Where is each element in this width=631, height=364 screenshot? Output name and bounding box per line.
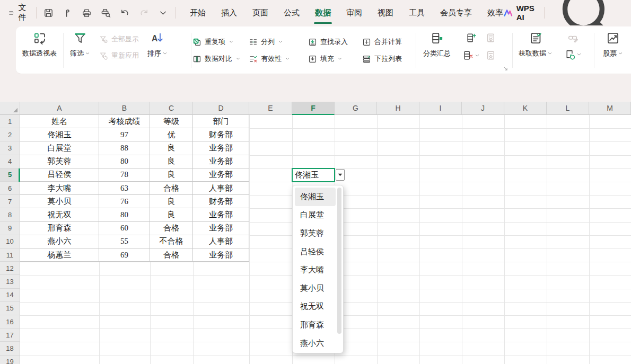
cell-D1[interactable]: 部门 bbox=[193, 115, 249, 128]
cell-A8[interactable]: 祝无双 bbox=[20, 208, 99, 221]
cell-D11[interactable]: 业务部 bbox=[193, 248, 249, 262]
hide-detail-button[interactable] bbox=[485, 50, 496, 61]
column-header-K[interactable]: K bbox=[504, 102, 547, 115]
duplicates-button[interactable]: 重复项 bbox=[192, 37, 249, 47]
row-header-7[interactable]: 7 bbox=[0, 195, 20, 208]
row-header-4[interactable]: 4 bbox=[0, 155, 20, 168]
cell-A2[interactable]: 佟湘玉 bbox=[20, 128, 99, 141]
cell-D7[interactable]: 财务部 bbox=[193, 195, 249, 208]
cell-B6[interactable]: 63 bbox=[99, 182, 150, 195]
row-header-18[interactable]: 18 bbox=[0, 342, 20, 355]
column-header-L[interactable]: L bbox=[547, 102, 589, 115]
column-header-E[interactable]: E bbox=[249, 102, 292, 115]
cell-C7[interactable]: 良 bbox=[150, 195, 193, 208]
cell-D8[interactable]: 业务部 bbox=[193, 208, 249, 221]
cell-A4[interactable]: 郭芙蓉 bbox=[20, 155, 99, 168]
group-button[interactable] bbox=[466, 32, 477, 43]
get-data-button[interactable]: 获取数据 bbox=[513, 26, 558, 74]
column-header-H[interactable]: H bbox=[377, 102, 419, 115]
row-header-12[interactable]: 12 bbox=[0, 262, 20, 275]
cell-B5[interactable]: 78 bbox=[99, 168, 150, 182]
save-icon[interactable] bbox=[43, 8, 54, 18]
row-header-11[interactable]: 11 bbox=[0, 248, 20, 262]
column-header-M[interactable]: M bbox=[589, 102, 631, 115]
dialog-launcher-icon[interactable] bbox=[503, 66, 509, 72]
row-header-5[interactable]: 5 bbox=[0, 168, 20, 182]
stock-button[interactable]: 股票 bbox=[595, 26, 631, 58]
sort-button[interactable]: A 排序 bbox=[142, 26, 173, 74]
row-header-14[interactable]: 14 bbox=[0, 289, 20, 302]
row-header-9[interactable]: 9 bbox=[0, 222, 20, 235]
more-actions-chevron-icon[interactable] bbox=[158, 8, 168, 18]
cell-C11[interactable]: 合格 bbox=[150, 248, 193, 262]
row-header-1[interactable]: 1 bbox=[0, 115, 20, 128]
cell-D6[interactable]: 人事部 bbox=[193, 182, 249, 195]
cell-D5[interactable]: 业务部 bbox=[193, 168, 249, 182]
cell-C2[interactable]: 优 bbox=[150, 128, 193, 141]
cell-C6[interactable]: 合格 bbox=[150, 182, 193, 195]
sheet-grid[interactable]: 佟湘玉 佟湘玉白展堂郭芙蓉吕轻侯李大嘴莫小贝祝无双邢育森燕小六 ABCDEFGH… bbox=[0, 102, 631, 364]
column-header-F[interactable]: F bbox=[292, 102, 335, 115]
filter-button[interactable]: 筛选 bbox=[64, 26, 96, 74]
refresh-button[interactable] bbox=[564, 49, 582, 60]
fill-button[interactable]: 填充 bbox=[308, 54, 362, 64]
print-icon[interactable] bbox=[82, 8, 92, 18]
dropdown-item-1[interactable]: 白展堂 bbox=[295, 206, 336, 225]
cell-C5[interactable]: 良 bbox=[150, 168, 193, 182]
row-header-17[interactable]: 17 bbox=[0, 329, 20, 342]
tab-5[interactable]: 审阅 bbox=[346, 6, 363, 20]
column-header-G[interactable]: G bbox=[335, 102, 377, 115]
row-header-2[interactable]: 2 bbox=[0, 128, 20, 141]
active-cell-F5[interactable]: 佟湘玉 bbox=[292, 168, 335, 182]
cell-C8[interactable]: 良 bbox=[150, 208, 193, 221]
cell-A7[interactable]: 莫小贝 bbox=[20, 195, 99, 208]
tab-9[interactable]: 效率 bbox=[487, 6, 504, 20]
column-header-B[interactable]: B bbox=[99, 102, 150, 115]
data-compare-button[interactable]: 数据对比 bbox=[192, 54, 249, 64]
show-detail-button[interactable] bbox=[485, 32, 496, 43]
cell-B1[interactable]: 考核成绩 bbox=[99, 115, 150, 128]
row-header-8[interactable]: 8 bbox=[0, 208, 20, 221]
text-to-columns-button[interactable]: 分列 bbox=[249, 37, 308, 47]
cell-C4[interactable]: 良 bbox=[150, 155, 193, 168]
undo-icon[interactable] bbox=[120, 8, 130, 18]
cell-C1[interactable]: 等级 bbox=[150, 115, 193, 128]
edit-links-button[interactable] bbox=[567, 32, 579, 43]
cell-C3[interactable]: 良 bbox=[150, 141, 193, 155]
tab-2[interactable]: 页面 bbox=[252, 6, 269, 20]
cell-B3[interactable]: 88 bbox=[99, 141, 150, 155]
subtotal-button[interactable]: 分类汇总 bbox=[417, 26, 457, 74]
wps-ai-button[interactable]: WPS AI bbox=[504, 4, 537, 22]
cell-B2[interactable]: 97 bbox=[99, 128, 150, 141]
cell-B10[interactable]: 55 bbox=[99, 235, 150, 248]
cell-C9[interactable]: 合格 bbox=[150, 222, 193, 235]
cell-A9[interactable]: 邢育森 bbox=[20, 222, 99, 235]
cell-D3[interactable]: 业务部 bbox=[193, 141, 249, 155]
lookup-entry-button[interactable]: 查找录入 bbox=[308, 37, 362, 47]
column-header-C[interactable]: C bbox=[150, 102, 193, 115]
file-menu-button[interactable]: 文件 bbox=[8, 3, 29, 23]
cell-A6[interactable]: 李大嘴 bbox=[20, 182, 99, 195]
tab-4[interactable]: 数据 bbox=[314, 6, 331, 20]
dropdown-item-6[interactable]: 祝无双 bbox=[295, 298, 336, 316]
export-pdf-icon[interactable] bbox=[63, 8, 73, 18]
row-header-3[interactable]: 3 bbox=[0, 141, 20, 155]
dropdown-scrollbar-thumb[interactable] bbox=[337, 188, 341, 334]
select-all-corner[interactable] bbox=[0, 102, 20, 115]
cell-D10[interactable]: 人事部 bbox=[193, 235, 249, 248]
cell-dropdown-button[interactable] bbox=[336, 169, 345, 181]
tab-0[interactable]: 开始 bbox=[189, 6, 206, 20]
cell-D2[interactable]: 财务部 bbox=[193, 128, 249, 141]
ungroup-button[interactable] bbox=[462, 50, 480, 61]
dropdown-scrollbar[interactable] bbox=[337, 188, 341, 351]
print-preview-icon[interactable] bbox=[101, 8, 111, 18]
row-header-6[interactable]: 6 bbox=[0, 182, 20, 195]
cell-B8[interactable]: 80 bbox=[99, 208, 150, 221]
tab-8[interactable]: 会员专享 bbox=[440, 6, 472, 20]
dropdown-item-5[interactable]: 莫小贝 bbox=[295, 279, 336, 298]
cell-A10[interactable]: 燕小六 bbox=[20, 235, 99, 248]
cell-A5[interactable]: 吕轻侯 bbox=[20, 168, 99, 182]
validation-button[interactable]: 有效性 bbox=[249, 54, 308, 64]
dropdown-item-3[interactable]: 吕轻侯 bbox=[295, 243, 336, 261]
row-header-16[interactable]: 16 bbox=[0, 315, 20, 329]
